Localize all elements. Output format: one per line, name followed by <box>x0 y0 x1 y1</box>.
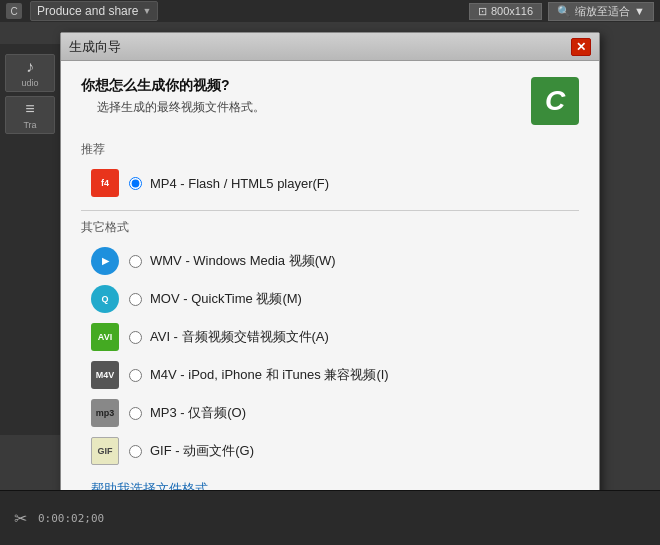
section-other-label: 其它格式 <box>81 219 579 236</box>
option-mp3-text: MP3 - 仅音频(O) <box>150 404 246 422</box>
section-recommended-label: 推荐 <box>81 141 579 158</box>
m4v-icon: M4V <box>91 361 119 389</box>
bottom-bar: ✂ 0:00:02;00 <box>0 490 660 545</box>
option-avi-text: AVI - 音频视频交错视频文件(A) <box>150 328 329 346</box>
option-m4v-radio[interactable] <box>129 369 142 382</box>
option-mov-row[interactable]: Q MOV - QuickTime 视频(M) <box>81 280 579 318</box>
dialog-title: 生成向导 <box>69 38 121 56</box>
separator-1 <box>81 210 579 211</box>
option-wmv-row[interactable]: ▶ WMV - Windows Media 视频(W) <box>81 242 579 280</box>
produce-share-button[interactable]: Produce and share ▼ <box>30 1 158 21</box>
wmv-icon: ▶ <box>91 247 119 275</box>
dialog-titlebar: 生成向导 ✕ <box>61 33 599 61</box>
option-wmv-radio[interactable] <box>129 255 142 268</box>
option-gif-row[interactable]: GIF GIF - 动画文件(G) <box>81 432 579 470</box>
option-mov-text: MOV - QuickTime 视频(M) <box>150 290 302 308</box>
zoom-arrow: ▼ <box>634 5 645 17</box>
option-mp4-radio[interactable] <box>129 177 142 190</box>
camtasia-logo: C <box>531 77 579 125</box>
top-bar-right: ⊡ 800x116 🔍 缩放至适合 ▼ <box>469 2 654 21</box>
option-mov-radio[interactable] <box>129 293 142 306</box>
dialog-close-button[interactable]: ✕ <box>571 38 591 56</box>
option-mp4-label[interactable]: MP4 - Flash / HTML5 player(F) <box>129 176 329 191</box>
dialog-backdrop: 生成向导 ✕ 你想怎么生成你的视频? 选择生成的最终视频文件格式。 C 推荐 <box>0 22 660 490</box>
gif-icon: GIF <box>91 437 119 465</box>
produce-share-label: Produce and share <box>37 4 138 18</box>
resolution-label: 800x116 <box>491 5 533 17</box>
option-mp4-row[interactable]: f4 MP4 - Flash / HTML5 player(F) <box>81 164 579 202</box>
dialog-header-text: 你想怎么生成你的视频? 选择生成的最终视频文件格式。 <box>81 77 531 116</box>
resolution-icon: ⊡ <box>478 5 487 18</box>
mp4-icon: f4 <box>91 169 119 197</box>
zoom-label: 缩放至适合 <box>575 4 630 19</box>
main-area: ♪ udio ≡ Tra 生成向导 ✕ 你想怎么生成你的视频? 选择生成的最终视… <box>0 22 660 490</box>
option-gif-radio[interactable] <box>129 445 142 458</box>
wizard-dialog: 生成向导 ✕ 你想怎么生成你的视频? 选择生成的最终视频文件格式。 C 推荐 <box>60 32 600 515</box>
time-display: 0:00:02;00 <box>38 512 104 525</box>
option-mp4-text: MP4 - Flash / HTML5 player(F) <box>150 176 329 191</box>
option-wmv-text: WMV - Windows Media 视频(W) <box>150 252 336 270</box>
scissors-icon[interactable]: ✂ <box>8 506 32 530</box>
option-gif-label[interactable]: GIF - 动画文件(G) <box>129 442 254 460</box>
search-icon: 🔍 <box>557 5 571 18</box>
option-mp3-row[interactable]: mp3 MP3 - 仅音频(O) <box>81 394 579 432</box>
option-m4v-label[interactable]: M4V - iPod, iPhone 和 iTunes 兼容视频(I) <box>129 366 389 384</box>
option-avi-radio[interactable] <box>129 331 142 344</box>
option-avi-row[interactable]: AVI AVI - 音频视频交错视频文件(A) <box>81 318 579 356</box>
mp3-icon: mp3 <box>91 399 119 427</box>
app-icon: C <box>6 3 22 19</box>
option-m4v-text: M4V - iPod, iPhone 和 iTunes 兼容视频(I) <box>150 366 389 384</box>
dialog-subtitle: 选择生成的最终视频文件格式。 <box>81 99 531 116</box>
dialog-header-row: 你想怎么生成你的视频? 选择生成的最终视频文件格式。 C <box>81 77 579 125</box>
top-toolbar: C Produce and share ▼ ⊡ 800x116 🔍 缩放至适合 … <box>0 0 660 22</box>
avi-icon: AVI <box>91 323 119 351</box>
mov-icon: Q <box>91 285 119 313</box>
option-mp3-label[interactable]: MP3 - 仅音频(O) <box>129 404 246 422</box>
option-avi-label[interactable]: AVI - 音频视频交错视频文件(A) <box>129 328 329 346</box>
option-mp3-radio[interactable] <box>129 407 142 420</box>
produce-share-arrow: ▼ <box>142 6 151 16</box>
option-gif-text: GIF - 动画文件(G) <box>150 442 254 460</box>
option-wmv-label[interactable]: WMV - Windows Media 视频(W) <box>129 252 336 270</box>
zoom-button[interactable]: 🔍 缩放至适合 ▼ <box>548 2 654 21</box>
dialog-question: 你想怎么生成你的视频? <box>81 77 531 95</box>
dialog-body: 你想怎么生成你的视频? 选择生成的最终视频文件格式。 C 推荐 f4 <box>61 61 599 514</box>
resolution-button[interactable]: ⊡ 800x116 <box>469 3 542 20</box>
option-mov-label[interactable]: MOV - QuickTime 视频(M) <box>129 290 302 308</box>
option-m4v-row[interactable]: M4V M4V - iPod, iPhone 和 iTunes 兼容视频(I) <box>81 356 579 394</box>
